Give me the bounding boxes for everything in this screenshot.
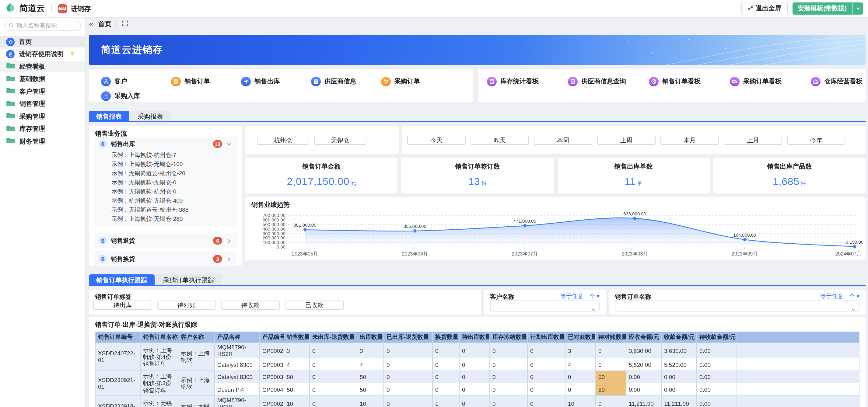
period-button-5[interactable]: 上月 bbox=[724, 136, 782, 145]
operator-dropdown[interactable]: 等于任意一个 ▾ bbox=[560, 293, 599, 301]
top-bar: 简道云 ERP 进销存 退出全屏 安装模板(带数据) bbox=[0, 0, 868, 18]
quick-link-采购订单[interactable]: 采购订单 bbox=[381, 77, 451, 87]
cell-value: 0 bbox=[565, 383, 596, 396]
logo-text: 简道云 bbox=[20, 3, 45, 14]
chevron-down-icon[interactable] bbox=[226, 138, 232, 149]
sidebar-item-3[interactable]: 基础数据 bbox=[0, 73, 85, 85]
cell-product: Catalyst 8300 bbox=[215, 371, 259, 383]
flow-sub-item-3[interactable]: 示例：无锡帆软-无锡仓-0 bbox=[94, 178, 237, 188]
quick-link-销售订单看板[interactable]: 销售订单看板 bbox=[649, 77, 730, 87]
quick-link-销售订单[interactable]: 销售订单 bbox=[171, 77, 241, 87]
sidebar-item-4[interactable]: 客户管理 bbox=[0, 86, 85, 97]
quick-link-销售出库[interactable]: 销售出库 bbox=[241, 77, 311, 87]
column-header: 已对账数量 bbox=[565, 332, 596, 343]
quick-link-库存统计看板[interactable]: 库存统计看板 bbox=[487, 77, 568, 87]
stat-cards: 销售订单金额 2,017,150.00元销售订单签订数 13份销售出库单数 11… bbox=[245, 158, 866, 194]
order-tag-button-0[interactable]: 待出库 bbox=[93, 301, 152, 310]
quick-links-row: 采购入库 bbox=[101, 91, 171, 101]
quick-link-供应商信息查询[interactable]: 供应商信息查询 bbox=[568, 77, 649, 87]
column-header: 销售订单名称 bbox=[140, 332, 178, 343]
table-row[interactable]: XSDD240722-01示例：上海帆软-第4份销售订单示例：上海帆软MQM87… bbox=[95, 343, 859, 358]
sales-trend-chart-panel: 销售业绩趋势 0.00100,000.00200,000.00300,000.0… bbox=[245, 197, 866, 260]
quick-link-采购订单看板[interactable]: 采购订单看板 bbox=[730, 77, 811, 87]
collapse-sidebar-icon[interactable]: « bbox=[89, 20, 93, 28]
chevron-down-icon[interactable] bbox=[853, 2, 863, 14]
sidebar-item-5[interactable]: 销售管理 bbox=[0, 98, 85, 110]
flow-sub-item-5[interactable]: 示例：杭州帆软-无锡仓-400 bbox=[94, 197, 237, 206]
svg-text:636,000.00: 636,000.00 bbox=[623, 211, 646, 216]
quick-link-仓库经营看板[interactable]: 仓库经营看板 bbox=[811, 77, 868, 87]
area-chart: 0.00100,000.00200,000.00300,000.00400,00… bbox=[249, 209, 863, 262]
order-tag-button-1[interactable]: 待对账 bbox=[157, 301, 216, 310]
stat-card-1: 销售订单签订数 13份 bbox=[401, 158, 554, 194]
cell-value: 0.00 bbox=[696, 358, 737, 371]
period-button-6[interactable]: 今年 bbox=[787, 136, 845, 145]
tab-report-1[interactable]: 采购报表 bbox=[130, 111, 170, 122]
sidebar-item-1[interactable]: 进销存使用说明 bbox=[0, 48, 85, 60]
quick-link-客户[interactable]: 客户 bbox=[101, 77, 171, 87]
cell-value: 0 bbox=[490, 343, 527, 358]
table-row[interactable]: XSDD230921-01示例：上海帆软-第3份销售订单示例：上海帆软Catal… bbox=[95, 371, 859, 383]
cell-value: 0 bbox=[459, 371, 490, 383]
stat-label: 销售订单签订数 bbox=[401, 163, 554, 171]
search-input[interactable]: 输入名称来搜索 bbox=[4, 21, 81, 31]
period-button-0[interactable]: 今天 bbox=[407, 136, 466, 145]
table-row[interactable]: XSDD230918-02示例：无锡简道云-第3份销售订单示例：无锡简道云MQM… bbox=[95, 396, 859, 407]
cell-value: 3 bbox=[565, 343, 596, 358]
cell-value: 0 bbox=[596, 396, 626, 407]
cell-value: 0 bbox=[565, 371, 596, 383]
flow-doc-icon bbox=[99, 255, 106, 263]
sidebar-item-6[interactable]: 采购管理 bbox=[0, 111, 85, 122]
quick-link-采购入库[interactable]: 采购入库 bbox=[101, 91, 171, 101]
exit-fullscreen-button[interactable]: 退出全屏 bbox=[741, 2, 787, 15]
chevron-right-icon[interactable] bbox=[226, 253, 232, 264]
period-button-2[interactable]: 本周 bbox=[534, 136, 592, 145]
flow-sub-item-4[interactable]: 示例：无锡帆软-杭州仓-0 bbox=[94, 188, 237, 197]
column-header: 已出库-退货数量 bbox=[384, 332, 432, 343]
cell-value: 0 bbox=[527, 343, 565, 358]
flow-sub-item-1[interactable]: 示例：上海帆软-无锡仓-100 bbox=[94, 160, 237, 169]
column-header: 应收金额/元 bbox=[626, 332, 661, 343]
order-tag-button-2[interactable]: 待收款 bbox=[221, 301, 280, 310]
sidebar-item-label: 进销存使用说明 bbox=[19, 50, 64, 58]
sidebar-item-2[interactable]: 经营看板 bbox=[0, 61, 85, 72]
tab-tracking-0[interactable]: 销售订单执行跟踪 bbox=[89, 274, 155, 286]
svg-text:600,000.00: 600,000.00 bbox=[262, 217, 285, 223]
warehouse-button-0[interactable]: 杭州仓 bbox=[257, 136, 309, 145]
stat-value: 1,685件 bbox=[713, 176, 866, 188]
chevron-right-icon[interactable] bbox=[226, 235, 232, 246]
svg-text:2023年05月: 2023年05月 bbox=[292, 251, 318, 257]
order-name-select[interactable] bbox=[615, 301, 860, 311]
flow-sub-item-6[interactable]: 示例：无锡简道云-杭州仓-388 bbox=[94, 206, 237, 215]
report-tabs: 销售报表采购报表 bbox=[89, 111, 172, 122]
quick-link-label: 供应商信息查询 bbox=[581, 77, 626, 86]
period-button-1[interactable]: 昨天 bbox=[470, 136, 529, 145]
tab-tracking-1[interactable]: 采购订单执行跟踪 bbox=[156, 274, 222, 286]
expand-icon[interactable] bbox=[122, 18, 128, 29]
sidebar-menu: 首页进销存使用说明经营看板基础数据客户管理销售管理采购管理库存管理财务管理 bbox=[0, 36, 85, 147]
cell-value: 50 bbox=[596, 371, 626, 383]
period-button-3[interactable]: 上周 bbox=[597, 136, 656, 145]
sales-exchange-item[interactable]: 销售换货 3 bbox=[94, 251, 237, 267]
sidebar-item-label: 销售管理 bbox=[20, 100, 45, 108]
tab-report-0[interactable]: 销售报表 bbox=[89, 111, 129, 122]
count-badge: 6 bbox=[213, 237, 222, 244]
flow-sub-item-2[interactable]: 示例：无锡简道云-杭州仓-20 bbox=[94, 169, 237, 178]
operator-dropdown[interactable]: 等于任意一个 ▾ bbox=[820, 293, 860, 301]
order-tag-button-3[interactable]: 已收款 bbox=[285, 301, 344, 310]
sidebar-item-label: 经营看板 bbox=[20, 62, 45, 71]
customer-select[interactable] bbox=[490, 301, 599, 311]
column-header: 计划出库数量 bbox=[527, 332, 565, 343]
sidebar-item-7[interactable]: 库存管理 bbox=[0, 123, 85, 135]
sidebar-item-8[interactable]: 财务管理 bbox=[0, 136, 85, 147]
period-button-4[interactable]: 本月 bbox=[660, 136, 719, 145]
sales-return-item[interactable]: 销售退货 6 bbox=[94, 233, 237, 248]
install-template-button[interactable]: 安装模板(带数据) bbox=[792, 2, 863, 14]
flow-sub-item-7[interactable]: 示例：上海帆软-无锡仓-280 bbox=[94, 215, 237, 224]
warehouse-button-1[interactable]: 无锡仓 bbox=[314, 136, 366, 145]
breadcrumb-page[interactable]: 首页 bbox=[98, 19, 112, 28]
sidebar-item-0[interactable]: 首页 bbox=[0, 36, 85, 47]
flow-sub-item-0[interactable]: 示例：上海帆软-杭州仓-7 bbox=[94, 151, 237, 160]
sales-outbound-header[interactable]: 销售出库 13 bbox=[94, 137, 237, 151]
quick-link-供应商信息[interactable]: 供应商信息 bbox=[311, 77, 381, 87]
